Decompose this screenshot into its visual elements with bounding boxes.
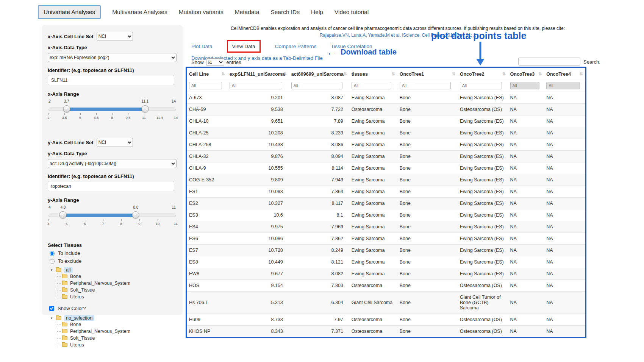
- table-row[interactable]: ES210.3278.117Ewing SarcomaBoneEwing Sar…: [187, 198, 585, 209]
- entries-count-select[interactable]: 61: [206, 58, 224, 66]
- citation-reference-link[interactable]: Rajapakse.VN, Luna.A, Yamade.M et al. iS…: [212, 33, 583, 38]
- sort-icon[interactable]: ⇅: [502, 72, 505, 76]
- tree-root-all[interactable]: ▾all: [51, 267, 177, 273]
- tree-item-soft-tissue[interactable]: Soft_Tissue: [57, 335, 177, 342]
- x-axis-range-slider[interactable]: 2 14 3.7 11.1 23.556.589.51112.514: [48, 105, 176, 124]
- to-exclude-radio[interactable]: [50, 259, 55, 264]
- show-color-checkbox[interactable]: [49, 306, 54, 311]
- tick-mark: [160, 113, 160, 115]
- nav-tab-univariate-analyses[interactable]: Univariate Analyses: [38, 5, 101, 19]
- table-row[interactable]: CHA-599.5387.722OsteosarcomaBoneOsteosar…: [187, 104, 585, 115]
- tree-item-bone[interactable]: Bone: [57, 321, 177, 328]
- column-header-tissues[interactable]: ⇅tissues: [349, 68, 397, 80]
- sort-icon[interactable]: ⇅: [221, 72, 225, 76]
- sort-icon[interactable]: ⇅: [391, 72, 395, 76]
- tab-view-data[interactable]: View Data: [227, 40, 261, 53]
- table-row[interactable]: Hu098.7337.97OsteosarcomaBoneOsteosarcom…: [187, 314, 585, 326]
- sort-icon[interactable]: ⇅: [452, 72, 455, 76]
- column-label: tissues: [352, 72, 368, 77]
- table-row[interactable]: ES710.7288.249Ewing SarcomaBoneEwing Sar…: [187, 245, 585, 256]
- table-row[interactable]: ES810.4498.121Ewing SarcomaBoneEwing Sar…: [187, 256, 585, 268]
- nav-tab-metadata[interactable]: Metadata: [235, 6, 259, 19]
- cell: NA: [508, 292, 544, 314]
- slider-handle-low[interactable]: [63, 105, 70, 112]
- table-row[interactable]: ES49.9757.969Ewing SarcomaBoneEwing Sarc…: [187, 221, 585, 233]
- nav-tab-video-tutorial[interactable]: Video tutorial: [335, 6, 369, 19]
- tree-item-peripheral-nervous-system[interactable]: Peripheral_Nervous_System: [57, 280, 177, 287]
- table-row[interactable]: COG-E-3529.8097.949Ewing SarcomaBoneEwin…: [187, 174, 585, 186]
- tree-expand-icon[interactable]: ▾: [51, 268, 55, 272]
- tree-item-uterus[interactable]: Uterus: [57, 293, 177, 300]
- table-row[interactable]: HOS9.1547.803OsteosarcomaBoneOsteosarcom…: [187, 280, 585, 292]
- column-filter-oncotree2[interactable]: [460, 82, 502, 89]
- folder-icon: [62, 329, 67, 333]
- tick-label: 11: [142, 115, 146, 120]
- column-header-oncotree1[interactable]: ⇅OncoTree1: [397, 68, 458, 80]
- sort-icon[interactable]: ⇅: [580, 72, 583, 76]
- y-range-label: y-Axis Range: [48, 197, 177, 203]
- slider-handle-high[interactable]: [132, 211, 139, 218]
- cell: 10.728: [227, 245, 289, 256]
- y-axis-range-slider[interactable]: 4 11 4.8 8.8 4567891011: [48, 211, 176, 230]
- column-filter-act609699-unisarcoma[interactable]: [291, 82, 342, 89]
- sort-icon[interactable]: ⇅: [344, 72, 347, 76]
- nav-tab-mutation-variants[interactable]: Mutation variants: [179, 6, 224, 19]
- table-row[interactable]: ES110.0937.864Ewing SarcomaBoneEwing Sar…: [187, 186, 585, 198]
- tree-item-soft-tissue[interactable]: Soft_Tissue: [57, 287, 177, 293]
- tree-item-uterus[interactable]: Uterus: [57, 342, 177, 348]
- column-filter-oncotree1[interactable]: [400, 82, 451, 89]
- tab-plot-data[interactable]: Plot Data: [191, 44, 213, 49]
- to-include-radio[interactable]: [50, 251, 55, 256]
- nav-tab-multivariate-analyses[interactable]: Multivariate Analyses: [112, 6, 167, 19]
- tree-expand-icon[interactable]: ▾: [51, 316, 55, 320]
- table-row[interactable]: CHLA-109.6517.89Ewing SarcomaBoneEwing S…: [187, 115, 585, 127]
- column-header-act609699-unisarcoma[interactable]: ⇅act609699_uniSarcoma: [289, 68, 349, 80]
- cell: Ewing Sarcoma: [349, 268, 397, 280]
- column-header-expslfn11-unisarcoma[interactable]: ⇅expSLFN11_uniSarcoma: [227, 68, 289, 80]
- show-color-label[interactable]: Show Color?: [58, 306, 86, 311]
- search-input[interactable]: [518, 58, 580, 66]
- to-include-label[interactable]: To include: [58, 250, 80, 256]
- column-filter-expslfn11-unisarcoma[interactable]: [230, 82, 282, 89]
- table-row[interactable]: CHLA-2510.2088.239Ewing SarcomaBoneEwing…: [187, 127, 585, 139]
- x-data-type-select[interactable]: exp: mRNA Expression (log2): [48, 53, 177, 62]
- y-cell-line-set-select[interactable]: NCI: [97, 138, 133, 147]
- nav-tab-help[interactable]: Help: [311, 6, 323, 19]
- cell: NA: [544, 186, 585, 198]
- slider-handle-low[interactable]: [59, 211, 67, 218]
- table-row[interactable]: CHLA-329.8768.094Ewing SarcomaBoneEwing …: [187, 151, 585, 162]
- sort-icon[interactable]: ⇅: [538, 72, 542, 76]
- column-header-oncotree3[interactable]: ⇅OncoTree3: [508, 68, 544, 80]
- table-row[interactable]: ES610.0867.862Ewing SarcomaBoneEwing Sar…: [187, 233, 585, 245]
- to-exclude-label[interactable]: To exclude: [58, 258, 81, 264]
- x-cell-line-set-select[interactable]: NCI: [97, 32, 133, 41]
- cell: 9.651: [227, 115, 289, 127]
- table-row[interactable]: KHOS NP8.3437.371OsteosarcomaBoneOsteosa…: [187, 326, 585, 337]
- slider-handle-high[interactable]: [141, 105, 148, 112]
- column-header-oncotree4[interactable]: ⇅OncoTree4: [544, 68, 585, 80]
- folder-icon: [62, 275, 67, 278]
- table-row[interactable]: Hs 706.T5.3136.304Giant Cell SarcomaBone…: [187, 292, 585, 314]
- x-identifier-input[interactable]: [48, 75, 174, 85]
- column-header-cell-line[interactable]: ⇅Cell Line: [187, 68, 227, 80]
- table-row[interactable]: ES310.68.1Ewing SarcomaBoneEwing Sarcoma…: [187, 209, 585, 221]
- cell: NA: [544, 127, 585, 139]
- tree-item-bone[interactable]: Bone: [57, 273, 177, 280]
- y-identifier-input[interactable]: [48, 181, 174, 191]
- table-row[interactable]: CHLA-910.5558.114Ewing SarcomaBoneEwing …: [187, 162, 585, 174]
- tree-item-peripheral-nervous-system[interactable]: Peripheral_Nervous_System: [57, 328, 177, 335]
- cell: NA: [544, 92, 585, 104]
- tick-mark: [176, 219, 176, 221]
- column-filter-tissues[interactable]: [352, 82, 392, 89]
- tab-compare-patterns[interactable]: Compare Patterns: [275, 44, 317, 49]
- cell: Osteosarcoma: [349, 104, 397, 115]
- table-row[interactable]: EW89.6778.082Ewing SarcomaBoneEwing Sarc…: [187, 268, 585, 280]
- nav-tab-search-ids[interactable]: Search IDs: [270, 6, 300, 19]
- y-data-type-select[interactable]: act: Drug Activity (-log10[IC50M]): [48, 159, 177, 168]
- table-row[interactable]: A-6739.2018.087Ewing SarcomaBoneEwing Sa…: [187, 92, 585, 104]
- cell: NA: [544, 151, 585, 162]
- column-header-oncotree2[interactable]: ⇅OncoTree2: [458, 68, 508, 80]
- table-row[interactable]: CHLA-25810.4388.086Ewing SarcomaBoneEwin…: [187, 139, 585, 151]
- tree-root-no-selection[interactable]: ▾no_selection: [51, 315, 177, 321]
- column-filter-cell-line[interactable]: [189, 82, 222, 89]
